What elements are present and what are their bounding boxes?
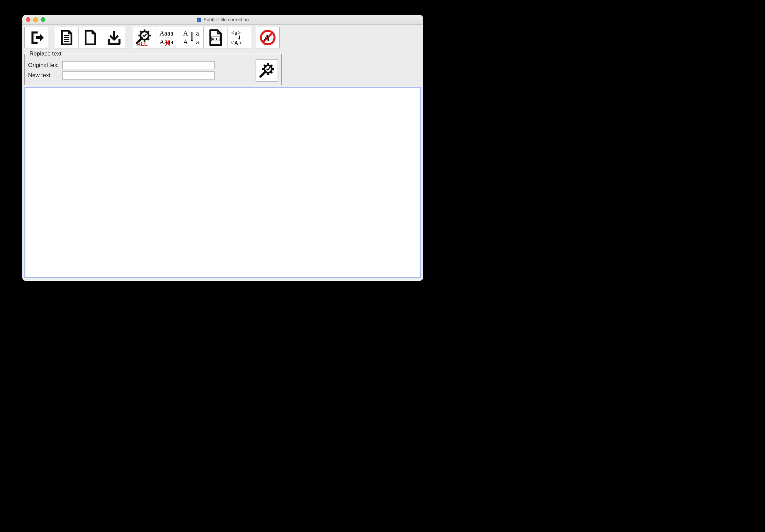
svg-text:A: A [183,29,188,37]
svg-rect-2 [198,21,199,21]
svg-text:<a>: <a> [231,29,241,36]
save-file-icon [106,29,122,46]
fix-group: ALL Aaaa Aaaa X A a A a [133,27,251,48]
svg-line-44 [261,72,265,76]
svg-line-43 [271,72,272,73]
run-replace-icon [259,62,275,79]
run-replace-button[interactable] [256,59,278,82]
disable-style-button[interactable]: A [256,27,280,48]
convert-tags-button[interactable]: <a> <A> [227,27,251,48]
file-group [55,27,126,48]
open-file-button[interactable] [55,27,79,48]
app-icon [197,17,201,22]
svg-line-14 [148,31,149,32]
svg-text:X: X [165,38,170,46]
svg-rect-1 [198,20,201,20]
disable-style-icon: A [259,29,277,46]
change-case-button[interactable]: A a A a [180,27,204,48]
new-text-label: New text [28,72,59,79]
toolbar: ALL Aaaa Aaaa X A a A a [22,25,423,50]
new-file-icon [83,29,98,46]
encoding-utf8-icon: UTF-8 [207,29,224,46]
svg-line-16 [148,39,149,40]
editor-wrap [24,87,421,278]
convert-tags-icon: <a> <A> [229,29,249,46]
svg-text:a: a [196,38,199,46]
replace-text-group: Replace text Original text New text [24,50,282,85]
titlebar: Subtitle file correction [22,15,423,25]
minimize-window-button[interactable] [33,17,38,22]
svg-text:UTF-8: UTF-8 [212,37,221,41]
svg-text:A: A [263,32,270,43]
remove-case-duplicates-icon: Aaaa Aaaa X [158,29,178,46]
save-file-button[interactable] [102,27,126,48]
fix-all-icon: ALL [135,29,154,46]
change-case-icon: A a A a [182,29,202,46]
original-text-label: Original text [28,62,59,69]
svg-text:A: A [183,38,188,46]
app-window: Subtitle file correction [22,15,423,281]
exit-button[interactable] [24,27,48,48]
svg-line-13 [140,31,141,32]
subtitle-editor[interactable] [24,87,421,278]
open-file-icon [59,29,74,46]
svg-text:a: a [196,29,199,37]
svg-text:ALL: ALL [136,41,148,46]
svg-line-40 [264,65,265,66]
encoding-utf8-button[interactable]: UTF-8 [204,27,227,48]
svg-text:Aaaa: Aaaa [159,29,173,37]
traffic-lights [26,17,45,22]
new-file-button[interactable] [79,27,102,48]
remove-case-duplicates-button[interactable]: Aaaa Aaaa X [156,27,180,48]
close-window-button[interactable] [26,17,30,22]
fix-all-button[interactable]: ALL [133,27,156,48]
svg-rect-0 [197,18,201,22]
new-text-input[interactable] [62,71,215,80]
original-text-input[interactable] [62,61,215,69]
exit-icon [28,29,44,46]
svg-text:<A>: <A> [231,40,242,46]
title-center: Subtitle file correction [22,17,423,22]
replace-legend: Replace text [28,50,63,57]
svg-line-41 [271,65,272,66]
maximize-window-button[interactable] [41,17,45,22]
window-title: Subtitle file correction [203,17,249,22]
